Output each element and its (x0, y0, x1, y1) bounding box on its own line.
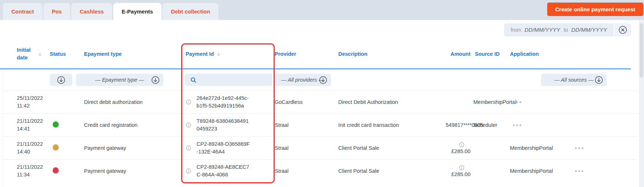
application-cell: MembershipPortal (473, 99, 510, 105)
table-row: 21/11/202214:40 Payment gateway CP2-8924… (3, 136, 637, 159)
row-actions-button[interactable] (572, 147, 594, 149)
vertical-scrollbar[interactable] (639, 20, 644, 187)
providers-filter-dropdown[interactable]: — All providers — (274, 74, 331, 86)
tab-pos[interactable]: Pos (43, 3, 71, 20)
row-actions-button[interactable] (572, 170, 594, 172)
chevron-down-circle-icon (319, 75, 328, 85)
epayment-type-cell: Payment gateway (79, 168, 178, 174)
search-icon (190, 77, 197, 83)
payment-id-cell: CP2-89248-D365869F-132E-46A4 (178, 140, 273, 156)
status-dot (53, 167, 59, 174)
scrollbar-thumb[interactable] (640, 23, 643, 78)
payment-id-cell: CP2-89248-AE8CEC7C-864A-4066 (178, 163, 273, 179)
column-header-description: Description (338, 51, 444, 57)
payment-id-search-input[interactable] (185, 74, 273, 86)
sources-filter-placeholder: — All sources — (554, 77, 593, 83)
status-filter-dropdown[interactable] (50, 74, 72, 86)
column-header-application: Application (510, 51, 572, 57)
sort-arrow-icon[interactable] (37, 51, 43, 57)
chevron-down-circle-icon (594, 75, 603, 85)
circled-x-icon (618, 25, 628, 35)
application-cell: MembershipPortal (510, 145, 572, 151)
table-filter-row: — Epayment type — — All providers — — Al… (0, 69, 644, 90)
epayment-type-filter-dropdown[interactable]: — Epayment type — (76, 74, 163, 86)
filter-toolbar: from DD/MM/YYYY to DD/MM/YYYY (0, 20, 644, 39)
table-row: 25/11/202211:42 Direct debit authorizati… (3, 90, 637, 113)
providers-filter-placeholder: — All providers — (281, 77, 324, 83)
e-payments-panel: from DD/MM/YYYY to DD/MM/YYYY Initial da… (0, 20, 644, 187)
row-actions-button[interactable] (510, 101, 572, 103)
panel-left-border (3, 69, 3, 187)
epayment-filter-placeholder: — Epayment type — (95, 77, 144, 83)
initial-date-cell: 25/11/202211:42 (17, 94, 50, 110)
date-range-filter[interactable]: from DD/MM/YYYY to DD/MM/YYYY (504, 23, 614, 36)
tab-debt-collection[interactable]: Debt collection (163, 3, 219, 20)
column-header-initial-date[interactable]: Initial date (17, 46, 50, 62)
date-from-input[interactable]: DD/MM/YYYY (525, 27, 560, 33)
table-row: 21/11/202211:34 Payment gateway CP2-8924… (3, 159, 637, 182)
column-header-provider: Provider (273, 51, 338, 57)
sources-filter-dropdown[interactable]: — All sources — (541, 74, 607, 86)
epayment-type-cell: Payment gateway (79, 145, 178, 151)
payment-id-header-label: Payment Id (186, 51, 214, 57)
info-icon[interactable] (459, 165, 465, 171)
tab-cashless[interactable]: Cashless (71, 3, 112, 20)
epayment-type-cell: Direct debit authorization (79, 99, 178, 105)
chevron-down-circle-icon (57, 75, 66, 85)
initial-date-cell: 21/11/202214:40 (17, 140, 50, 156)
payment-id-cell: 264e272d-1e92-445c-b1f5-52b4d919156a (178, 94, 273, 110)
table-header-row: Initial date Status Epayment type Paymen… (0, 39, 631, 69)
info-icon[interactable] (186, 122, 191, 128)
provider-cell: Straal (273, 168, 338, 174)
payment-id-cell: T89248-638046384910459223 (178, 117, 273, 133)
column-header-status: Status (50, 51, 79, 57)
chevron-down-circle-icon (151, 75, 160, 85)
sort-arrow-icon[interactable] (216, 51, 221, 57)
tab-contract[interactable]: Contract (3, 3, 42, 20)
status-dot (53, 144, 59, 151)
create-online-payment-request-button[interactable]: Create online payment request (547, 3, 643, 16)
description-cell: Init credit card transaction (338, 122, 444, 128)
description-cell: Client Portal Sale (338, 168, 444, 174)
source-id-cell: 549817****0805 (444, 122, 473, 128)
column-header-source-id: Source ID (473, 51, 510, 57)
info-icon[interactable] (459, 142, 465, 148)
initial-date-cell: 21/11/202214:41 (17, 117, 50, 133)
application-cell: Scheduler (473, 122, 510, 128)
date-to-label: to (564, 27, 568, 33)
amount-cell: £285.00 (444, 165, 473, 177)
provider-cell: Straal (273, 122, 338, 128)
column-header-amount: Amount (444, 51, 473, 57)
amount-cell: £285.00 (444, 142, 473, 154)
column-header-payment-id[interactable]: Payment Id (178, 51, 273, 57)
info-icon[interactable] (186, 99, 191, 105)
initial-date-header-label: Initial date (17, 46, 35, 62)
provider-cell: GoCardless (273, 99, 338, 105)
row-actions-button[interactable] (510, 124, 572, 126)
epayment-type-cell: Credit card registration (79, 122, 178, 128)
status-dot (53, 121, 59, 128)
info-icon[interactable] (186, 145, 191, 151)
info-icon[interactable] (186, 168, 191, 174)
initial-date-cell: 21/11/202211:34 (17, 163, 50, 179)
description-cell: Client Portal Sale (338, 145, 444, 151)
date-to-input[interactable]: DD/MM/YYYY (571, 27, 607, 33)
tab-e-payments[interactable]: E-Payments (113, 3, 161, 20)
date-from-label: from (511, 27, 521, 33)
provider-cell: Straal (273, 145, 338, 151)
description-cell: Direct Debit Authorization (338, 99, 444, 105)
table-row: 21/11/202214:41 Credit card registration… (3, 113, 637, 136)
clear-date-filter-button[interactable] (614, 23, 631, 36)
tab-bar: Contract Pos Cashless E-Payments Debt co… (0, 0, 644, 20)
application-cell: MembershipPortal (510, 168, 572, 174)
column-header-epayment-type: Epayment type (79, 51, 178, 57)
